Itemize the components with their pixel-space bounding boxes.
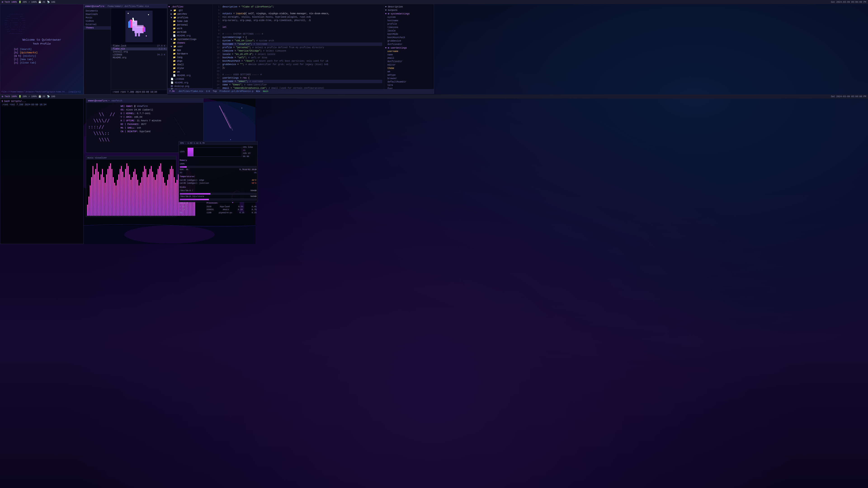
fm-file-readme[interactable]: README.org	[111, 56, 167, 59]
ft-work[interactable]: 📁 work	[167, 27, 213, 30]
rt-name: name	[384, 53, 434, 57]
ft-user[interactable]: ▼ 📁 user	[167, 45, 213, 48]
bottom-statusbar-left: ⊞ Tech 100% 🔋 20% ⚡ 100% 💾 2G 📡 10G	[2, 95, 55, 98]
nf-arch: Y | ARCH: x86_64	[121, 116, 161, 119]
ft-readme-user[interactable]: 📄 README.org	[167, 74, 213, 77]
viz-bar	[167, 180, 168, 216]
viz-bar	[158, 169, 158, 216]
ft-flakenix[interactable]: 📄 flake.nix	[167, 88, 213, 89]
code-line-15: locale = "en_US.UTF-8"; # select locale	[222, 53, 382, 56]
ft-shell[interactable]: 📁 shell	[167, 63, 213, 66]
sysmon-temp-section: Temperatures card0 (amdgpu): edge49°C ca…	[180, 175, 256, 185]
viz-bar	[145, 169, 146, 216]
sysmon-ram-percent: 0% 0%	[180, 171, 256, 175]
rt-font: font	[384, 87, 434, 89]
fm-file-installorg[interactable]: install.org	[111, 51, 167, 53]
nf-kernel: G | KERNEL: 6.7.7-zen1	[121, 112, 161, 116]
menu-history[interactable]: [$ h] [History]	[14, 55, 84, 57]
fm-sidebar-music[interactable]: Music	[84, 16, 111, 20]
menu-closetab[interactable]: [x] [Close tab]	[14, 61, 84, 64]
net-status-2: 📡 10G	[47, 95, 55, 98]
viz-bar	[136, 174, 137, 216]
ft-desktoppng[interactable]: 🖼 desktop.png	[167, 85, 213, 88]
ft-wm[interactable]: 📁 wm	[167, 70, 213, 74]
viz-bar	[114, 183, 115, 216]
fm-sidebar-themes[interactable]: Themes	[84, 26, 111, 30]
viz-bar	[152, 172, 153, 216]
viz-bar	[143, 172, 144, 216]
line-numbers: 12345 678910 1112131415 1617181920 21222…	[213, 4, 221, 89]
viz-bar	[106, 174, 107, 216]
menu-newtab[interactable]: [t] [New tab]	[14, 58, 84, 61]
viz-bar	[124, 177, 125, 216]
rt-outputs: ▼ outputs	[384, 8, 434, 12]
code-line-20	[222, 70, 382, 73]
rt-description: ▼ description	[384, 5, 434, 8]
editor-code-area: 12345 678910 1112131415 1617181920 21222…	[213, 4, 384, 89]
code-line-4: nix-straight, stylix, blocklist-hosts, h…	[222, 15, 382, 19]
ft-readme-profiles[interactable]: 📄 README.org	[167, 34, 213, 37]
rt-dotfilesdir2: dotfilesDir	[384, 60, 434, 63]
statusbar-position: 3:0	[206, 90, 210, 93]
ft-style[interactable]: 📁 style	[167, 66, 213, 70]
viz-bar	[155, 180, 156, 216]
ft-lang[interactable]: 📁 lang	[167, 56, 213, 59]
ft-worklab[interactable]: 📁 worklab	[167, 30, 213, 34]
sysmon-window: CPU - 1.53 1.14 0.78 100% CPU like 11 AV…	[179, 141, 258, 202]
ft-git[interactable]: ▶ 📁 .git	[167, 8, 213, 12]
rt-wmtype: wmType	[384, 73, 434, 77]
fm-sidebar-external[interactable]: External	[84, 23, 111, 26]
key-b: [b]	[14, 51, 18, 54]
fm-file-list: flake.lock 27.5 K flake.nix 2.2 K instal…	[111, 44, 167, 90]
ft-themes[interactable]: 📁 themes	[167, 41, 213, 45]
statusbar-branch: main	[263, 90, 268, 93]
top-statusbar: ⊞ Tech 100% 🔋 20% ⚡ 100% 💾 2G 📡 10G Sat …	[0, 0, 434, 4]
fm-sidebar-videos[interactable]: Videos	[84, 20, 111, 23]
editor-filetree: ▼ .dotfiles ▶ 📁 .git ▶ 📁 patches ▼ 📁 pro…	[167, 4, 213, 89]
ft-readme-root[interactable]: 📄 README.org	[167, 81, 213, 85]
ft-personal[interactable]: 📁 personal	[167, 23, 213, 27]
viz-bar	[132, 177, 133, 216]
ft-profiles[interactable]: ▼ 📁 profiles	[167, 16, 213, 20]
viz-bar	[164, 183, 165, 216]
viz-bar	[149, 169, 150, 216]
ft-pkgs[interactable]: 📁 pkgs	[167, 59, 213, 63]
fm-sidebar-documents[interactable]: Documents	[84, 9, 111, 13]
code-line-24: name = "Emmet"; # name/identifier	[222, 83, 382, 87]
fm-sidebar-downloads[interactable]: Downloads	[84, 13, 111, 16]
svg-rect-9	[134, 23, 135, 24]
code-content: description = "Flake of LibrePhoenix"; o…	[221, 4, 384, 89]
viz-bar	[162, 172, 162, 216]
viz-bar	[168, 174, 169, 216]
statusbar-filepath: .dotfiles/flake.nix	[178, 90, 203, 93]
fm-file-flakenix[interactable]: flake.nix 2.2 K	[111, 47, 167, 51]
viz-bar	[147, 177, 148, 216]
ft-app[interactable]: 📁 app	[167, 48, 213, 52]
rt-bootmode: bootMode	[384, 33, 434, 36]
menu-quickmarks[interactable]: [b] [Quickmarks]	[14, 51, 84, 54]
viz-bar	[90, 186, 91, 216]
ft-license[interactable]: 📄 LICENSE	[167, 77, 213, 81]
ft-homelab[interactable]: 📁 home.lab	[167, 20, 213, 23]
fm-file-flakelock[interactable]: flake.lock 27.5 K	[111, 44, 167, 47]
menu-search[interactable]: [o] [Search]	[14, 48, 84, 51]
viz-bar	[140, 183, 141, 216]
svg-point-35	[124, 225, 215, 243]
svg-rect-7	[128, 22, 130, 28]
ft-systemsettings[interactable]: ▼ 📁 systemSettings	[167, 37, 213, 41]
visualizer-window: music visualizer	[86, 156, 176, 217]
viz-bar	[156, 174, 157, 216]
viz-bar	[116, 186, 116, 216]
ft-patches[interactable]: ▶ 📁 patches	[167, 12, 213, 16]
viz-bar	[102, 169, 103, 216]
fm-path: /home/emmet/.dotfiles/flake.nix	[107, 5, 149, 8]
viz-bar	[128, 166, 129, 216]
viz-bar	[126, 163, 127, 216]
rt-username: username	[384, 50, 434, 53]
rt-bootmountpath: bootMountPath	[384, 36, 434, 39]
fm-file-license[interactable]: LICENSE 34.2 K	[111, 53, 167, 56]
browser-menu: [o] [Search] [b] [Quickmarks] [$ h] [His…	[0, 48, 84, 64]
viz-bar	[109, 166, 110, 216]
ft-hardware[interactable]: 📁 hardware	[167, 52, 213, 56]
svg-rect-14	[135, 25, 144, 28]
